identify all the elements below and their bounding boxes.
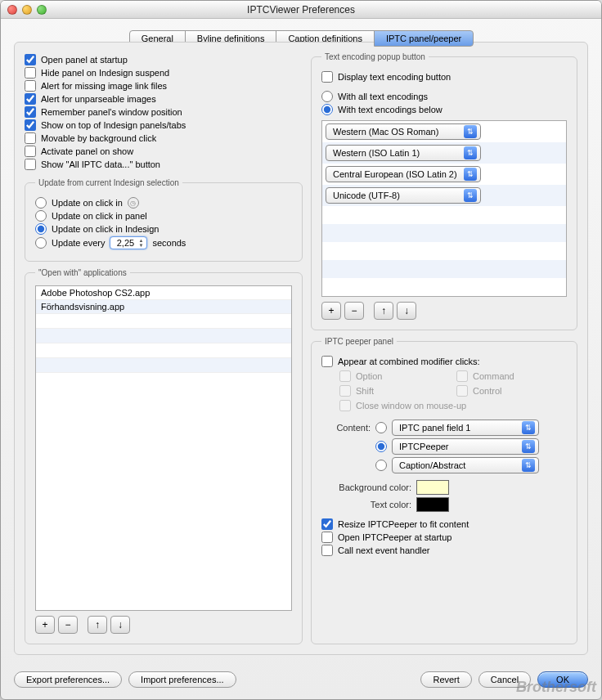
content-label: Content:: [321, 423, 371, 433]
encoding-group: Text encoding popup button Display text …: [311, 52, 577, 330]
radio-click-in-clock[interactable]: Update on click in ◷: [35, 197, 292, 209]
list-item: [36, 314, 291, 329]
move-down-button[interactable]: ↓: [397, 302, 416, 320]
update-legend: Update from current Indesign selection: [35, 178, 182, 187]
content-row-1: Content: IPTC panel field 1: [321, 420, 567, 436]
export-button[interactable]: Export preferences...: [14, 671, 122, 688]
close-icon[interactable]: [7, 5, 17, 15]
ok-button[interactable]: OK: [537, 671, 588, 688]
add-button[interactable]: +: [35, 616, 55, 634]
check-hide-suspend[interactable]: Hide panel on Indesign suspend: [25, 67, 303, 79]
check-open-startup[interactable]: Open panel at startup: [25, 54, 303, 65]
list-item[interactable]: Adobe Photoshop CS2.app: [36, 286, 291, 300]
chevron-updown-icon: [464, 146, 477, 159]
text-label: Text color:: [321, 500, 411, 509]
bg-label: Background color:: [321, 482, 411, 492]
list-item: [36, 329, 291, 343]
revert-button[interactable]: Revert: [420, 671, 471, 688]
minimize-icon[interactable]: [22, 5, 32, 15]
check-resize-peeper[interactable]: Resize IPTCPeeper to fit content: [321, 518, 567, 530]
peeper-legend: IPTC peeper panel: [321, 337, 397, 346]
text-color-well[interactable]: [416, 497, 449, 512]
import-button[interactable]: Import preferences...: [128, 671, 236, 688]
interval-field[interactable]: [114, 238, 137, 248]
radio-encodings-below[interactable]: With text encodings below: [321, 104, 567, 115]
bottom-bar: Export preferences... Import preferences…: [14, 671, 588, 688]
encoding-list[interactable]: Western (Mac OS Roman) Western (ISO Lati…: [321, 120, 567, 297]
move-up-button[interactable]: ↑: [88, 616, 107, 634]
chevron-updown-icon: [464, 189, 477, 202]
list-item[interactable]: Western (Mac OS Roman): [322, 121, 566, 142]
check-open-peeper-startup[interactable]: Open IPTCPeeper at startup: [321, 532, 567, 543]
check-remember-pos[interactable]: Remember panel's window position: [25, 106, 303, 118]
tab-iptc-panel[interactable]: IPTC panel/peeper: [374, 30, 474, 47]
bg-color-row: Background color:: [321, 480, 567, 495]
radio-click-indesign[interactable]: Update on click in Indesign: [35, 223, 292, 235]
text-color-row: Text color:: [321, 497, 567, 512]
open-with-list[interactable]: Adobe Photoshop CS2.app Förhandsvisning.…: [35, 285, 292, 611]
traffic-lights: [7, 5, 47, 15]
check-display-encoding[interactable]: Display text encoding button: [321, 71, 567, 83]
chevron-updown-icon: [464, 168, 477, 181]
encoding-buttons: + − ↑ ↓: [321, 302, 567, 320]
window-title: IPTCViewer Preferences: [7, 4, 595, 16]
content-popup-3[interactable]: Caption/Abstract: [392, 457, 539, 473]
content-popup-2[interactable]: IPTCPeeper: [392, 438, 539, 455]
check-close-mouseup: Close window on mouse-up: [339, 400, 567, 411]
encoding-popup[interactable]: Western (ISO Latin 1): [326, 145, 481, 161]
check-appear-modifier[interactable]: Appear at combined modifier clicks:: [321, 356, 567, 367]
encoding-popup[interactable]: Unicode (UTF-8): [326, 187, 481, 204]
open-with-legend: "Open with" applications: [35, 268, 130, 277]
move-up-button[interactable]: ↑: [374, 302, 393, 320]
check-shift: Shift: [339, 385, 450, 397]
radio-update-every[interactable]: Update every ▲▼ seconds: [35, 236, 292, 249]
radio-content-2[interactable]: [375, 441, 387, 452]
add-button[interactable]: +: [321, 302, 341, 320]
bg-color-well[interactable]: [416, 480, 449, 495]
check-control: Control: [456, 385, 567, 397]
chevron-updown-icon: [464, 125, 477, 138]
remove-button[interactable]: −: [58, 616, 78, 634]
radio-all-encodings[interactable]: With all text encodings: [321, 91, 567, 102]
left-column: Open panel at startup Hide panel on Inde…: [25, 52, 303, 644]
check-call-next[interactable]: Call next event handler: [321, 545, 567, 556]
check-option: Option: [339, 370, 450, 382]
check-show-all[interactable]: Show "All IPTC data..." button: [25, 159, 303, 170]
check-movable-bg[interactable]: Movable by background click: [25, 132, 303, 144]
chevron-updown-icon: [522, 459, 535, 472]
list-item: [36, 343, 291, 358]
remove-button[interactable]: −: [344, 302, 364, 320]
list-item[interactable]: Förhandsvisning.app: [36, 300, 291, 314]
encoding-popup[interactable]: Western (Mac OS Roman): [326, 123, 481, 140]
open-with-buttons: + − ↑ ↓: [35, 616, 292, 634]
move-down-button[interactable]: ↓: [110, 616, 130, 634]
radio-click-panel[interactable]: Update on click in panel: [35, 210, 292, 222]
radio-content-3[interactable]: [375, 460, 387, 471]
check-alert-unparseable[interactable]: Alert for unparseable images: [25, 93, 303, 105]
interval-stepper[interactable]: ▲▼: [110, 236, 147, 249]
list-item: [322, 260, 566, 278]
list-item[interactable]: Central European (ISO Latin 2): [322, 164, 566, 185]
startup-options: Open panel at startup Hide panel on Inde…: [25, 52, 303, 172]
list-item: [322, 224, 566, 242]
right-column: Text encoding popup button Display text …: [311, 52, 577, 644]
preferences-window: IPTCViewer Preferences General Byline de…: [0, 0, 602, 700]
check-command: Command: [456, 370, 567, 382]
cancel-button[interactable]: Cancel: [478, 671, 531, 688]
encoding-legend: Text encoding popup button: [321, 52, 429, 61]
list-item[interactable]: Western (ISO Latin 1): [322, 142, 566, 164]
peeper-group: IPTC peeper panel Appear at combined mod…: [311, 337, 577, 644]
clock-icon: ◷: [128, 197, 139, 209]
list-item: [36, 358, 291, 373]
list-item[interactable]: Unicode (UTF-8): [322, 185, 566, 206]
zoom-icon[interactable]: [37, 5, 47, 15]
stepper-arrows-icon[interactable]: ▲▼: [138, 238, 143, 248]
radio-content-1[interactable]: [375, 422, 387, 433]
update-group: Update from current Indesign selection U…: [25, 178, 303, 262]
check-alert-missing[interactable]: Alert for missing image link files: [25, 80, 303, 92]
content-row-3: Caption/Abstract: [321, 457, 567, 473]
content-popup-1[interactable]: IPTC panel field 1: [392, 420, 539, 436]
check-show-top[interactable]: Show on top of Indesign panels/tabs: [25, 119, 303, 131]
encoding-popup[interactable]: Central European (ISO Latin 2): [326, 166, 481, 182]
check-activate[interactable]: Activate panel on show: [25, 146, 303, 157]
